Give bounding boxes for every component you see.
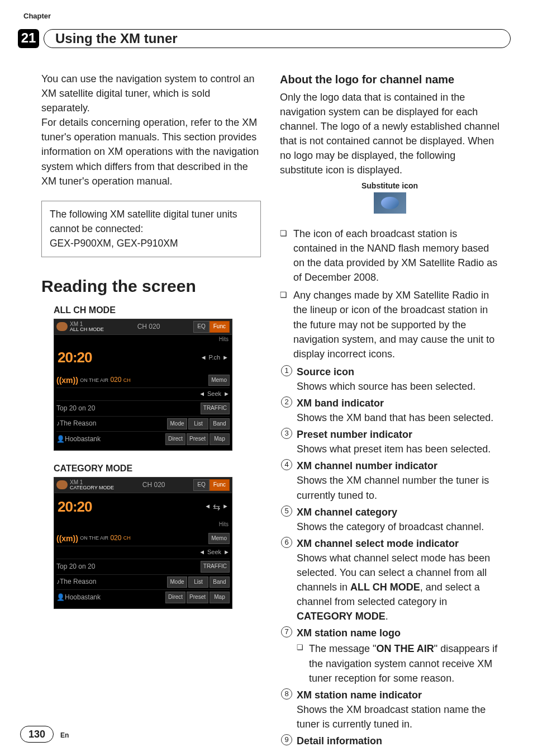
mode-button[interactable]: Mode <box>167 418 187 430</box>
seek-control[interactable]: ◄Seek► <box>199 548 230 557</box>
category-swap-icon: ⇆ <box>213 500 220 513</box>
station-logo-row: ((xm)) ON THE AIR 020 CH <box>56 533 131 544</box>
traffic-button[interactable]: TRAFFIC <box>201 561 230 573</box>
preset-button[interactable]: Preset <box>187 592 208 603</box>
mode-label-category: CATEGORY MODE <box>54 462 261 475</box>
memo-button[interactable]: Memo <box>208 375 230 386</box>
band-button[interactable]: Band <box>210 418 230 430</box>
mode-button[interactable]: Mode <box>167 577 187 588</box>
eq-button[interactable]: EQ <box>193 321 209 333</box>
left-arrow-icon: ◄ <box>201 353 207 362</box>
legend-item-3: Preset number indicator Shows what prese… <box>297 427 499 456</box>
map-button[interactable]: Map <box>210 592 230 603</box>
pch-control[interactable]: ◄ P.ch ► <box>201 353 229 362</box>
song-title: ♪ The Reason <box>56 419 96 428</box>
eq-button[interactable]: EQ <box>193 479 209 491</box>
chapter-number: 21 <box>18 29 39 48</box>
func-button[interactable]: Func <box>210 321 230 333</box>
legend-item-9: Detail information <box>297 734 499 748</box>
category-hits: Hits <box>54 335 232 344</box>
band-button[interactable]: Band <box>210 577 230 588</box>
legend-item-7-sub: The message "ON THE AIR" disappears if t… <box>309 641 499 685</box>
intro-paragraph-2: For details concerning operation, refer … <box>41 115 261 188</box>
substitute-icon <box>374 192 406 214</box>
artist-name: 👤 Hoobastank <box>56 593 101 602</box>
page-lang: En <box>60 731 69 740</box>
list-button[interactable]: List <box>188 577 208 588</box>
mode-label-allch: ALL CH MODE <box>54 304 261 316</box>
direct-button[interactable]: Direct <box>165 592 185 603</box>
channel-number: CH 020 <box>142 480 165 490</box>
legend-item-6: XM channel select mode indicator Shows w… <box>297 536 499 624</box>
chapter-label: Chapter <box>23 11 51 22</box>
legend-item-1: Source icon Shows which source has been … <box>297 365 499 394</box>
list-button[interactable]: List <box>188 418 208 430</box>
screenshot-category: XM 1 CATEGORY MODE CH 020 EQ Func 20:20 … <box>54 477 261 609</box>
legend-item-8: XM station name indicator Shows the XM b… <box>297 688 499 731</box>
page-title: Using the XM tuner <box>44 29 511 48</box>
incompatible-box: The following XM satellite digital tuner… <box>41 201 261 257</box>
category-nav[interactable]: ◄ ⇆ ► <box>204 500 229 513</box>
func-button[interactable]: Func <box>210 479 230 491</box>
traffic-button[interactable]: TRAFFIC <box>201 403 230 414</box>
legend-item-5: XM channel category Shows the category o… <box>297 505 499 534</box>
left-column: You can use the navigation system to con… <box>41 72 261 750</box>
seek-control[interactable]: ◄Seek► <box>199 390 230 399</box>
station-logo-row: ((xm)) ON THE AIR 020 CH <box>56 375 131 386</box>
artist-name: 👤 Hoobastank <box>56 434 101 444</box>
clock-display: 20:20 <box>58 497 92 518</box>
preset-button[interactable]: Preset <box>187 433 208 445</box>
memo-button[interactable]: Memo <box>208 533 230 545</box>
about-logo-paragraph: Only the logo data that is contained in … <box>280 90 499 178</box>
source-icon <box>56 322 68 331</box>
station-name: Top 20 on 20 <box>56 562 95 571</box>
right-arrow-icon: ► <box>222 353 229 362</box>
direct-button[interactable]: Direct <box>165 433 185 445</box>
substitute-icon-caption: Substitute icon <box>280 180 499 191</box>
station-name: Top 20 on 20 <box>56 404 95 413</box>
category-hits: Hits <box>54 521 232 530</box>
song-title: ♪ The Reason <box>56 577 96 587</box>
note-bullet: The icon of each broadcast station is co… <box>293 226 499 285</box>
incompatible-line2: GEX-P900XM, GEX-P910XM <box>50 236 253 251</box>
clock-display: 20:20 <box>58 347 92 368</box>
legend-item-7: XM station name logo The message "ON THE… <box>297 626 499 685</box>
map-button[interactable]: Map <box>210 433 230 445</box>
about-logo-heading: About the logo for channel name <box>280 72 499 88</box>
screenshot-allch: XM 1 ALL CH MODE CH 020 EQ Func Hits 20:… <box>54 319 261 451</box>
mode-indicator: CATEGORY MODE <box>70 485 114 490</box>
mode-indicator: ALL CH MODE <box>70 327 104 332</box>
channel-number: CH 020 <box>137 322 160 332</box>
page-number: 130 <box>20 726 54 743</box>
intro-paragraph-1: You can use the navigation system to con… <box>41 72 261 115</box>
source-icon <box>56 480 68 489</box>
note-bullet: Any changes made by XM Satellite Radio i… <box>293 288 499 361</box>
section-heading: Reading the screen <box>41 274 261 299</box>
legend-item-2: XM band indicator Shows the XM band that… <box>297 396 499 425</box>
legend-item-4: XM channel number indicator Shows the XM… <box>297 459 499 502</box>
right-column: About the logo for channel name Only the… <box>280 72 499 750</box>
incompatible-line1: The following XM satellite digital tuner… <box>50 207 253 237</box>
